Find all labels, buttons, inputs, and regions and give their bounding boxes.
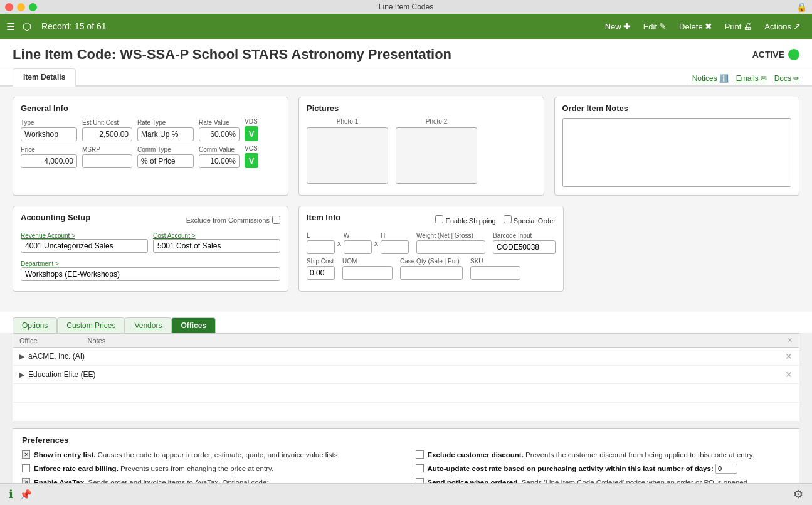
edit-button[interactable]: Edit ✎: [638, 19, 672, 34]
weight-input[interactable]: [416, 240, 485, 254]
docs-icon: ✏: [793, 74, 799, 83]
case-qty-group: Case Qty (Sale | Pur): [400, 258, 463, 280]
general-info-title: General Info: [21, 104, 280, 113]
office-table-header: Office Notes ✕: [13, 334, 799, 348]
l-input[interactable]: [307, 240, 335, 254]
gear-icon[interactable]: ⚙: [793, 487, 803, 501]
exclude-commissions-checkbox[interactable]: [272, 216, 280, 224]
new-button[interactable]: New ✚: [600, 19, 636, 34]
pref-check-5[interactable]: [416, 450, 424, 459]
photo2-placeholder[interactable]: [396, 127, 477, 184]
w-label: W: [344, 232, 372, 239]
pref-check-7[interactable]: [416, 478, 424, 483]
row-arrow-1: ▶: [19, 353, 24, 361]
subtab-vendors[interactable]: Vendors: [125, 317, 171, 333]
emails-link[interactable]: Emails ✉: [736, 74, 767, 83]
cost-account-label[interactable]: Cost Account >: [153, 232, 280, 239]
minimize-button[interactable]: [17, 3, 25, 11]
tab-item-details[interactable]: Item Details: [13, 68, 76, 87]
pref-check-2[interactable]: [22, 464, 30, 472]
office-close-1[interactable]: ✕: [785, 351, 793, 361]
revenue-account-group: Revenue Account >: [21, 232, 148, 257]
comm-type-label: Comm Type: [137, 146, 194, 153]
vcs-label: VCS: [245, 145, 258, 152]
est-unit-cost-label: Est Unit Cost: [82, 119, 132, 126]
special-order-checkbox[interactable]: [504, 215, 512, 223]
case-qty-input[interactable]: [400, 266, 463, 280]
exclude-commissions-group: Exclude from Commissions: [186, 216, 280, 224]
subtab-options[interactable]: Options: [13, 317, 57, 333]
vcs-button[interactable]: V: [245, 153, 258, 168]
revenue-account-label[interactable]: Revenue Account >: [21, 232, 148, 239]
comm-value-input[interactable]: [199, 154, 240, 168]
item-info-header: Item Info Enable Shipping Special Order: [307, 213, 556, 227]
print-button[interactable]: Print 🖨: [720, 19, 757, 34]
rate-value-input[interactable]: [199, 127, 240, 141]
tab-actions: Notices ℹ️ Emails ✉ Docs ✏: [692, 74, 799, 85]
office-close-2[interactable]: ✕: [785, 369, 793, 380]
lock-icon: 🔒: [796, 2, 807, 12]
h-input[interactable]: [381, 240, 409, 254]
comm-value-label: Comm Value: [199, 146, 240, 153]
enable-shipping-checkbox[interactable]: [435, 215, 443, 223]
preferences-title: Preferences: [22, 435, 790, 445]
department-input[interactable]: [21, 267, 280, 281]
info-icon[interactable]: ℹ: [9, 487, 13, 501]
rate-type-input[interactable]: [137, 127, 194, 141]
department-label[interactable]: Department >: [21, 260, 280, 267]
ship-cost-label: Ship Cost: [307, 258, 335, 265]
actions-button[interactable]: Actions ↗: [759, 19, 806, 34]
ship-cost-group: Ship Cost: [307, 258, 335, 280]
type-field-group: Type: [21, 119, 77, 141]
msrp-input[interactable]: [82, 154, 132, 168]
comm-value-field-group: Comm Value: [199, 146, 240, 168]
table-row[interactable]: ▶ aACME, Inc. (AI) ✕: [13, 348, 799, 366]
page-title: Line Item Code: WS-SSA-P School STARS As…: [13, 46, 451, 63]
vds-button[interactable]: V: [245, 126, 258, 141]
ship-cost-input[interactable]: [307, 266, 335, 280]
w-input[interactable]: [344, 240, 372, 254]
close-button[interactable]: [5, 3, 13, 11]
pref-check-1[interactable]: ✕: [22, 450, 30, 459]
notices-link[interactable]: Notices ℹ️: [692, 74, 729, 83]
vcs-field-group: VCS V: [245, 145, 258, 168]
type-input[interactable]: [21, 127, 77, 141]
weight-label: Weight (Net | Gross): [416, 232, 485, 239]
est-unit-cost-input[interactable]: [82, 127, 132, 141]
navigation-arrows[interactable]: ⬡: [23, 21, 31, 33]
order-notes-textarea[interactable]: [562, 118, 792, 187]
table-row[interactable]: ▶ Education Elite (EE) ✕: [13, 366, 799, 384]
maximize-button[interactable]: [29, 3, 37, 11]
subtabs-bar: Options Custom Prices Vendors Offices: [0, 312, 812, 333]
cost-account-input[interactable]: [153, 239, 280, 253]
comm-type-input[interactable]: [137, 154, 194, 168]
delete-button[interactable]: Delete ✖: [674, 19, 717, 34]
docs-link[interactable]: Docs ✏: [774, 74, 799, 83]
pref-check-6[interactable]: [416, 464, 424, 472]
price-input[interactable]: [21, 154, 77, 168]
bottom-sections-row: Accounting Setup Exclude from Commission…: [13, 206, 799, 292]
uom-input[interactable]: [342, 266, 393, 280]
subtab-custom-prices[interactable]: Custom Prices: [57, 317, 125, 333]
weight-field-group: Weight (Net | Gross): [416, 232, 485, 254]
photo1-label: Photo 1: [337, 118, 358, 125]
barcode-field-group: Barcode Input: [493, 232, 556, 254]
barcode-input[interactable]: [493, 240, 556, 254]
uom-group: UOM: [342, 258, 393, 280]
rate-value-label: Rate Value: [199, 119, 240, 126]
menu-icon[interactable]: ☰: [6, 21, 15, 33]
l-field-group: L: [307, 232, 335, 254]
photo1-placeholder[interactable]: [307, 127, 388, 184]
status-badge: ACTIVE: [752, 49, 799, 60]
pref-send-notice: Send notice when ordered. Sends 'Line It…: [416, 477, 791, 483]
pref-check-3[interactable]: ✕: [22, 478, 30, 483]
subtab-offices[interactable]: Offices: [171, 317, 216, 333]
photo2-box: Photo 2: [396, 118, 477, 184]
revenue-account-input[interactable]: [21, 239, 148, 253]
tabs-bar: Item Details Notices ℹ️ Emails ✉ Docs ✏: [0, 68, 812, 87]
sku-input[interactable]: [470, 266, 520, 280]
pin-icon[interactable]: 📌: [19, 489, 32, 501]
days-input[interactable]: [715, 464, 737, 474]
window-title: Line Item Codes: [379, 3, 433, 11]
vds-label: VDS: [245, 118, 258, 125]
